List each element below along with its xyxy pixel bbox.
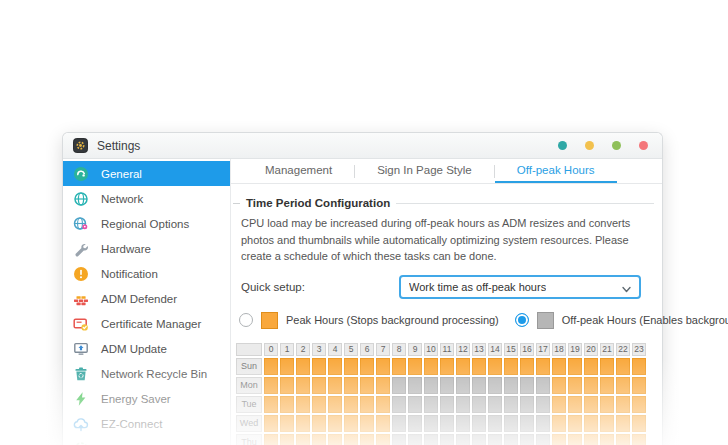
schedule-cell-sun-16[interactable] (520, 358, 534, 375)
sidebar-item-energy-saver[interactable]: Energy Saver (63, 386, 230, 411)
tab-management[interactable]: Management (243, 159, 354, 183)
schedule-cell-mon-3[interactable] (312, 377, 326, 394)
schedule-cell-wed-22[interactable] (616, 415, 630, 432)
sidebar-item-hardware[interactable]: Hardware (63, 236, 230, 261)
sidebar-item-regional-options[interactable]: Regional Options (63, 211, 230, 236)
schedule-cell-wed-23[interactable] (632, 415, 646, 432)
schedule-cell-sun-23[interactable] (632, 358, 646, 375)
schedule-cell-mon-7[interactable] (376, 377, 390, 394)
schedule-cell-wed-18[interactable] (552, 415, 566, 432)
sidebar-item-adm-update[interactable]: ADM Update (63, 336, 230, 361)
schedule-cell-wed-21[interactable] (600, 415, 614, 432)
schedule-cell-sun-17[interactable] (536, 358, 550, 375)
schedule-cell-wed-9[interactable] (408, 415, 422, 432)
schedule-cell-tue-12[interactable] (456, 396, 470, 413)
schedule-cell-mon-9[interactable] (408, 377, 422, 394)
schedule-cell-mon-11[interactable] (440, 377, 454, 394)
schedule-cell-wed-20[interactable] (584, 415, 598, 432)
tab-off-peak-hours[interactable]: Off-peak Hours (495, 159, 617, 183)
schedule-cell-sun-12[interactable] (456, 358, 470, 375)
schedule-cell-thu-2[interactable] (296, 434, 310, 445)
title-bar[interactable]: Settings (63, 133, 662, 159)
schedule-cell-tue-13[interactable] (472, 396, 486, 413)
schedule-cell-wed-7[interactable] (376, 415, 390, 432)
schedule-cell-thu-1[interactable] (280, 434, 294, 445)
schedule-cell-thu-7[interactable] (376, 434, 390, 445)
schedule-cell-thu-3[interactable] (312, 434, 326, 445)
schedule-cell-sun-18[interactable] (552, 358, 566, 375)
schedule-cell-wed-2[interactable] (296, 415, 310, 432)
sidebar-item-notification[interactable]: Notification (63, 261, 230, 286)
schedule-cell-mon-12[interactable] (456, 377, 470, 394)
schedule-cell-wed-16[interactable] (520, 415, 534, 432)
schedule-cell-tue-2[interactable] (296, 396, 310, 413)
schedule-cell-tue-22[interactable] (616, 396, 630, 413)
schedule-cell-wed-6[interactable] (360, 415, 374, 432)
schedule-cell-tue-6[interactable] (360, 396, 374, 413)
schedule-cell-mon-16[interactable] (520, 377, 534, 394)
schedule-cell-mon-10[interactable] (424, 377, 438, 394)
schedule-cell-sun-20[interactable] (584, 358, 598, 375)
schedule-cell-wed-12[interactable] (456, 415, 470, 432)
schedule-cell-tue-20[interactable] (584, 396, 598, 413)
schedule-cell-tue-5[interactable] (344, 396, 358, 413)
schedule-cell-thu-12[interactable] (456, 434, 470, 445)
schedule-cell-tue-1[interactable] (280, 396, 294, 413)
schedule-cell-sun-13[interactable] (472, 358, 486, 375)
schedule-cell-mon-17[interactable] (536, 377, 550, 394)
schedule-cell-wed-3[interactable] (312, 415, 326, 432)
schedule-cell-sun-8[interactable] (392, 358, 406, 375)
schedule-cell-sun-5[interactable] (344, 358, 358, 375)
schedule-cell-tue-11[interactable] (440, 396, 454, 413)
schedule-cell-wed-10[interactable] (424, 415, 438, 432)
teal-dot[interactable] (558, 141, 567, 150)
green-dot[interactable] (612, 141, 621, 150)
schedule-cell-wed-5[interactable] (344, 415, 358, 432)
schedule-cell-sun-21[interactable] (600, 358, 614, 375)
schedule-cell-mon-14[interactable] (488, 377, 502, 394)
schedule-cell-sun-4[interactable] (328, 358, 342, 375)
schedule-cell-thu-4[interactable] (328, 434, 342, 445)
schedule-cell-sun-0[interactable] (264, 358, 278, 375)
schedule-cell-sun-19[interactable] (568, 358, 582, 375)
schedule-cell-mon-2[interactable] (296, 377, 310, 394)
tab-sign-in-page-style[interactable]: Sign In Page Style (355, 159, 494, 183)
sidebar-item-adm-defender[interactable]: ADM Defender (63, 286, 230, 311)
schedule-cell-wed-4[interactable] (328, 415, 342, 432)
schedule-cell-thu-0[interactable] (264, 434, 278, 445)
peak-hours-radio[interactable] (239, 313, 253, 327)
schedule-cell-thu-18[interactable] (552, 434, 566, 445)
sidebar-item-network[interactable]: Network (63, 186, 230, 211)
schedule-cell-tue-14[interactable] (488, 396, 502, 413)
schedule-cell-tue-17[interactable] (536, 396, 550, 413)
schedule-cell-wed-0[interactable] (264, 415, 278, 432)
sidebar-item-general[interactable]: General (63, 161, 230, 186)
schedule-cell-tue-21[interactable] (600, 396, 614, 413)
schedule-cell-sun-10[interactable] (424, 358, 438, 375)
schedule-cell-tue-23[interactable] (632, 396, 646, 413)
schedule-cell-mon-4[interactable] (328, 377, 342, 394)
schedule-cell-tue-7[interactable] (376, 396, 390, 413)
schedule-cell-mon-23[interactable] (632, 377, 646, 394)
schedule-cell-thu-22[interactable] (616, 434, 630, 445)
schedule-cell-mon-21[interactable] (600, 377, 614, 394)
schedule-cell-mon-6[interactable] (360, 377, 374, 394)
schedule-cell-mon-5[interactable] (344, 377, 358, 394)
schedule-cell-wed-8[interactable] (392, 415, 406, 432)
schedule-cell-wed-1[interactable] (280, 415, 294, 432)
schedule-cell-sun-6[interactable] (360, 358, 374, 375)
schedule-cell-tue-9[interactable] (408, 396, 422, 413)
schedule-cell-wed-19[interactable] (568, 415, 582, 432)
schedule-cell-thu-8[interactable] (392, 434, 406, 445)
schedule-cell-sun-11[interactable] (440, 358, 454, 375)
schedule-cell-tue-16[interactable] (520, 396, 534, 413)
schedule-cell-wed-14[interactable] (488, 415, 502, 432)
schedule-cell-mon-8[interactable] (392, 377, 406, 394)
schedule-cell-thu-19[interactable] (568, 434, 582, 445)
schedule-cell-tue-0[interactable] (264, 396, 278, 413)
schedule-cell-thu-11[interactable] (440, 434, 454, 445)
schedule-cell-tue-3[interactable] (312, 396, 326, 413)
schedule-cell-thu-6[interactable] (360, 434, 374, 445)
schedule-cell-tue-4[interactable] (328, 396, 342, 413)
schedule-cell-thu-9[interactable] (408, 434, 422, 445)
